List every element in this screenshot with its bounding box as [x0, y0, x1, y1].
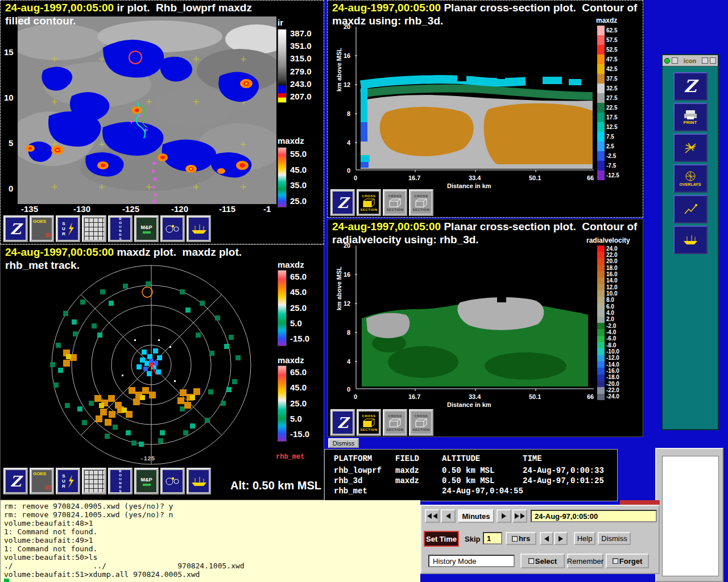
colorbar-tick: -15.0: [290, 430, 309, 438]
cross-section-button[interactable]: CROSSSECTION: [409, 409, 433, 436]
grid-overlay-button[interactable]: [82, 215, 106, 242]
zebra-logo-button[interactable]: Z: [330, 409, 355, 436]
colorbar-cell: -6.0: [597, 336, 637, 342]
skip-decrement-button[interactable]: [540, 532, 553, 545]
ship-button[interactable]: [187, 215, 211, 242]
colorbar-cell: 18.0: [597, 265, 637, 271]
panel-title: 24-aug-1997,00:05:00 Planar cross-sectio…: [332, 2, 637, 14]
select-menu-button[interactable]: Select: [520, 554, 565, 568]
left-arrow-icon: [544, 536, 549, 542]
cross-section-button[interactable]: CROSSSECTION: [383, 409, 407, 436]
rewind-icon: [427, 513, 432, 519]
y-tick: 10: [4, 93, 14, 102]
ship-icon: [191, 223, 208, 235]
zebra-logo-button[interactable]: Z: [3, 215, 28, 242]
menu-indicator-icon: [613, 558, 618, 564]
ship-tool-button[interactable]: [673, 226, 708, 254]
help-button[interactable]: Help: [574, 532, 595, 545]
x-tick: 50.1: [529, 393, 541, 400]
grid-overlay-button[interactable]: [82, 468, 106, 494]
timestamp: 24-aug-1997,00:05:00: [332, 221, 441, 232]
cross-section-button-active[interactable]: CROSSSECTION: [357, 409, 381, 436]
colorbar-cell: -22.0: [597, 387, 637, 393]
cube-icon: [389, 198, 402, 207]
x-axis-label: Distance in km: [447, 401, 491, 408]
window-iconify-icon[interactable]: [672, 57, 678, 64]
zebra-logo-button[interactable]: Z: [3, 468, 28, 494]
dismiss-button[interactable]: Dismiss: [598, 532, 631, 545]
step-back-fast-button[interactable]: [425, 509, 440, 523]
minutes-button[interactable]: Minutes: [458, 509, 494, 523]
overlays-button[interactable]: OVERLAYS: [673, 164, 708, 193]
colorbar-cell: 22.0: [597, 252, 637, 258]
maxdz-colorbar: 62.5 57.5 52.5 47.5 42.5: [597, 26, 637, 180]
cross-section-button-active[interactable]: CROSSSECTION: [357, 189, 381, 216]
colorbar-tick: 387.0: [290, 29, 312, 38]
step-forward-fast-button[interactable]: [512, 509, 527, 523]
terminal-cursor: [4, 579, 9, 582]
colorbar-label: ir: [278, 18, 283, 27]
step-back-button[interactable]: [441, 509, 456, 523]
panel-title: 24-aug-1997,00:05:00 ir plot. Rhb_lowprf…: [5, 2, 252, 14]
terminal-line: volume:beaufait:49>1: [4, 536, 420, 544]
y-tick: 15: [4, 47, 14, 57]
set-time-button[interactable]: Set Time: [424, 531, 459, 547]
colorbar-cell: 12.5: [597, 122, 637, 132]
window-menu-icon[interactable]: [664, 58, 670, 64]
back-icon: [446, 513, 450, 519]
ship-button[interactable]: [187, 468, 211, 494]
map-button[interactable]: M&P: [134, 215, 159, 242]
cross-section-radialvelocity-plot: [355, 246, 594, 392]
print-button[interactable]: PRINT: [673, 103, 708, 131]
zebra-logo-button[interactable]: Z: [330, 189, 355, 216]
cube-icon: [415, 198, 428, 207]
y-tick: 8: [347, 110, 350, 117]
remember-button[interactable]: Remember: [567, 554, 603, 568]
skip-units-menu-button[interactable]: hrs: [506, 532, 536, 545]
optimizer-button[interactable]: [160, 468, 185, 494]
skip-field[interactable]: 1: [483, 532, 502, 544]
optimizer-button[interactable]: [160, 215, 185, 242]
antenna-tool-button[interactable]: [673, 195, 708, 223]
plot-toolbar: Z GOESIR SUR BOUNDS M&P: [3, 215, 211, 242]
cross-section-button[interactable]: CROSSSECTION: [383, 189, 407, 216]
boundaries-button[interactable]: BOUNDS: [108, 468, 133, 494]
goes-ir-button[interactable]: GOESIR: [30, 215, 54, 242]
skip-increment-button[interactable]: [554, 532, 568, 545]
terminal-window[interactable]: rm: remove 970824.0905.xwd (yes/no)? yrm…: [0, 500, 420, 582]
cross-section-maxdz-plot: [355, 27, 594, 173]
time-field[interactable]: 24-Aug-97,0:05:00: [531, 510, 657, 522]
x-tick: 16.7: [408, 174, 420, 181]
x-tick: -120: [171, 204, 188, 214]
dismiss-mini-button[interactable]: Dismiss: [328, 438, 359, 448]
surface-obs-button[interactable]: SUR: [56, 215, 80, 242]
radialvelocity-colorbar: 24.0 22.0 20.0 18.0 16.0: [597, 246, 637, 400]
colorbar-cell: 6.0: [597, 304, 637, 310]
step-forward-button[interactable]: [497, 509, 511, 523]
colorbar-label: maxdz: [278, 260, 304, 269]
goes-ir-button[interactable]: GOESIR: [30, 468, 54, 494]
zebra-logo-button[interactable]: Z: [673, 72, 708, 101]
terminal-line: ./ ../ 970824.1005.xwd: [4, 562, 420, 570]
boundaries-button[interactable]: BOUNDS: [108, 215, 133, 242]
window-close-icon[interactable]: [710, 57, 716, 64]
fast-forward-icon: [520, 513, 525, 519]
map-button[interactable]: M&P: [134, 468, 159, 494]
maxdz-colorbar: [278, 147, 287, 207]
y-tick: 16: [344, 271, 350, 278]
spray-tool-button[interactable]: [673, 134, 708, 162]
surface-obs-button[interactable]: SUR: [56, 468, 80, 494]
column-header: ALTITUDE: [442, 454, 523, 464]
forget-menu-button[interactable]: Forget: [606, 554, 649, 568]
colorbar-cell: -2.5: [597, 151, 637, 161]
cross-section-button[interactable]: CROSSSECTION: [409, 189, 433, 216]
icon-window-titlebar[interactable]: icon: [663, 55, 718, 66]
table-row: rhb_met 24-Aug-97,0:04:55: [334, 486, 617, 496]
colorbar-tick: 65.0: [290, 368, 309, 376]
colorbar-cell: -12.5: [597, 171, 637, 180]
panel-title-line2: rhb_met track.: [5, 259, 80, 272]
window-maximize-icon[interactable]: [702, 57, 708, 64]
colorbar-tick: 45.0: [290, 383, 309, 392]
column-header: FIELD: [395, 454, 442, 464]
history-mode-field[interactable]: History Mode: [428, 555, 515, 567]
